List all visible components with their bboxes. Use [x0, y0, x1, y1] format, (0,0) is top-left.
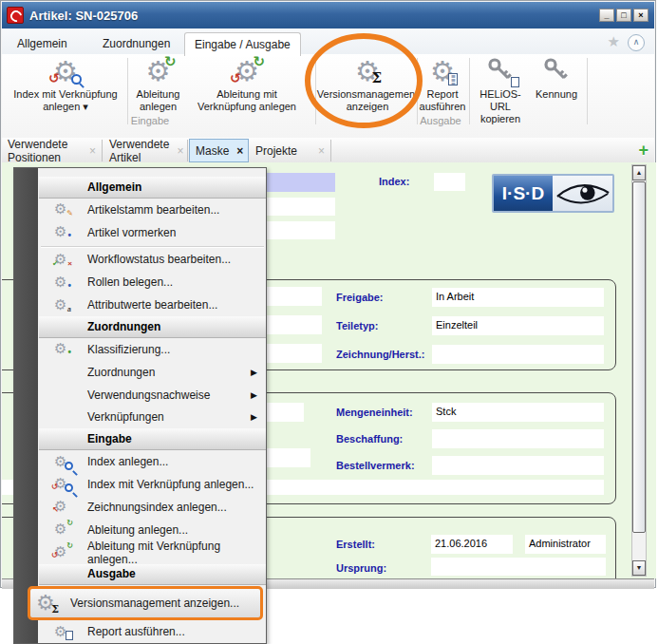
mengeneinheit-field[interactable]: Stck: [432, 403, 604, 422]
menu-item-verknuepfungen[interactable]: Verknüpfungen ▶: [39, 406, 266, 428]
zeichnung-herst-label: Zeichnung/Herst.:: [336, 349, 425, 360]
title-bar[interactable]: Artikel: SN-025706 _ □ ×: [2, 2, 654, 28]
menu-item-ableitung-mit-verknuepfung-anlegen[interactable]: ⚙↻↺ Ableitung mit Verknüpfung anlegen...: [39, 541, 266, 564]
gear-attributes-icon: ⚙a: [54, 297, 71, 313]
gear-index-icon: ⚙: [54, 454, 71, 470]
window-title: Artikel: SN-025706: [29, 9, 138, 23]
menu-header-allgemein: Allgemein: [39, 177, 266, 199]
index-field[interactable]: [434, 173, 465, 191]
gear-report-icon: ⚙: [54, 624, 71, 640]
erstellt-label: Erstellt:: [336, 539, 375, 550]
key-icon: [539, 56, 573, 86]
maximize-button[interactable]: □: [616, 9, 631, 22]
key-copy-icon: [483, 56, 517, 86]
menu-header-zuordnungen: Zuordnungen: [39, 316, 266, 338]
menu-item-ableitung-anlegen[interactable]: ⚙↻ Ableitung anlegen...: [39, 519, 266, 541]
menu-item-zuordnungen[interactable]: Zuordnungen ▶: [39, 361, 266, 384]
ribbon: ⚙ ↺ Index mit Verknüpfung anlegen ▾ ⚙ ↻ …: [2, 54, 654, 139]
teiletyp-label: Teiletyp:: [336, 320, 378, 331]
vertical-scrollbar[interactable]: ▲ ▼: [631, 164, 647, 577]
ursprung-field[interactable]: [431, 558, 606, 576]
gear-link-index-icon: ⚙ ↺: [48, 56, 83, 86]
tab-close-icon[interactable]: ×: [169, 144, 183, 158]
beschaffung-label: Beschaffung:: [336, 433, 403, 445]
menu-item-rollen-belegen[interactable]: ⚙• Rollen belegen...: [39, 271, 266, 294]
menu-item-artikel-vormerken[interactable]: ⚙• Artikel vormerken: [39, 221, 266, 244]
gear-derive-link-icon: ⚙ ↻ ↺: [230, 56, 264, 86]
gear-workflow-icon: ⚙✔×: [54, 252, 71, 268]
tab-close-icon[interactable]: ×: [229, 144, 243, 158]
menu-item-attributwerte-bearbeiten[interactable]: ⚙a Attributwerte bearbeiten...: [39, 294, 266, 316]
menu-item-klassifizierung[interactable]: ⚙• Klassifizierung...: [39, 338, 266, 361]
bestellvermerk-label: Bestellvermerk:: [336, 460, 415, 471]
menu-item-versionsmanagement-anzeigen-highlighted[interactable]: ⚙Σ Versionsmanagement anzeigen...: [28, 586, 263, 620]
gear-classify-icon: ⚙•: [54, 341, 71, 357]
submenu-arrow-icon: ▶: [251, 390, 257, 400]
menu-header-eingabe: Eingabe: [39, 428, 266, 450]
menu-item-workflowstatus-bearbeiten[interactable]: ⚙✔× Workflowstatus bearbeiten...: [39, 249, 266, 272]
gear-index-link-icon: ⚙↺: [54, 476, 71, 492]
gear-roles-icon: ⚙•: [54, 275, 71, 291]
isd-logo-text: I·S·D: [494, 176, 553, 211]
dropdown-caret-icon: ▾: [83, 101, 88, 112]
freigabe-label: Freigabe:: [336, 292, 384, 303]
menu-item-artikelstamm-bearbeiten[interactable]: ⚙✎ Artikelstamm bearbeiten...: [39, 199, 266, 221]
collapse-ribbon-button[interactable]: ∧: [628, 34, 645, 51]
close-button[interactable]: ×: [633, 9, 649, 22]
ribbon-tab-zuordnungen[interactable]: Zuordnungen: [93, 34, 179, 54]
gear-edit-icon: ⚙✎: [54, 201, 71, 218]
ribbon-group-label-eingabe: Eingabe: [97, 115, 203, 126]
document-tab-bar: Verwendete Positionen × Verwendete Artik…: [2, 138, 654, 163]
menu-item-index-mit-verknuepfung-anlegen[interactable]: ⚙↺ Index mit Verknüpfung anlegen...: [39, 473, 266, 496]
tab-close-icon[interactable]: ×: [82, 144, 96, 158]
menu-item-verwendungsnachweise[interactable]: Verwendungsnachweise ▶: [39, 384, 266, 407]
teiletyp-field[interactable]: Einzelteil: [432, 316, 604, 335]
context-menu-left-band: [14, 168, 38, 643]
add-tab-icon[interactable]: +: [638, 141, 649, 161]
erstellt-datum-field[interactable]: 21.06.2016: [431, 535, 513, 554]
menu-item-report-ausfuehren[interactable]: ⚙ Report ausführen...: [39, 620, 266, 643]
gear-drawing-index-icon: ⚙↖: [54, 499, 71, 515]
mengeneinheit-label: Mengeneinheit:: [336, 407, 413, 418]
gear-derive-icon: ⚙↻: [54, 521, 71, 538]
ribbon-tab-allgemein[interactable]: Allgemein: [8, 34, 77, 54]
ursprung-label: Ursprung:: [336, 562, 386, 574]
ribbon-tab-row: Allgemein Zuordnungen Eingabe / Ausgabe …: [2, 28, 654, 55]
tab-close-icon[interactable]: ×: [310, 144, 325, 158]
gear-reserve-icon: ⚙•: [54, 224, 71, 240]
screenshot-stage: Artikel: SN-025706 _ □ × Allgemein Zuord…: [0, 0, 658, 644]
submenu-arrow-icon: ▶: [251, 412, 257, 422]
zeichnung-herst-field[interactable]: [432, 345, 604, 364]
ribbon-button-ableitung-mit-verknuepfung-anlegen[interactable]: ⚙ ↻ ↺ Ableitung mit Verknüpfung anlegen: [186, 54, 308, 130]
bestellvermerk-field[interactable]: [432, 456, 604, 475]
tab-maske[interactable]: Maske ×: [189, 139, 249, 162]
gear-report-icon: ⚙ ≡ ≡ ≡: [425, 56, 460, 86]
tab-verwendete-positionen[interactable]: Verwendete Positionen ×: [2, 140, 103, 161]
menu-item-zeichnungsindex-anlegen[interactable]: ⚙↖ Zeichnungsindex anlegen...: [39, 496, 266, 519]
menu-header-ausgabe: Ausgabe: [39, 564, 266, 586]
submenu-arrow-icon: ▶: [251, 368, 257, 377]
gear-sigma-icon: ⚙ Σ: [350, 56, 385, 86]
scroll-down-button[interactable]: ▼: [632, 560, 646, 576]
freigabe-field[interactable]: In Arbeit: [432, 288, 604, 307]
helios-app-icon: [7, 7, 24, 24]
gear-derive-icon: ⚙ ↻: [141, 56, 176, 86]
index-label: Index:: [379, 176, 409, 187]
ribbon-button-kennung[interactable]: Kennung: [532, 54, 581, 130]
menu-item-index-anlegen[interactable]: ⚙ Index anlegen...: [39, 450, 266, 473]
context-menu: Allgemein ⚙✎ Artikelstamm bearbeiten... …: [13, 167, 267, 644]
favorite-star-icon[interactable]: ★: [608, 33, 620, 50]
isd-logo: I·S·D: [492, 174, 614, 213]
beschaffung-field[interactable]: [432, 429, 604, 448]
tab-projekte[interactable]: Projekte ×: [250, 140, 331, 161]
gear-derive-link-icon: ⚙↻↺: [54, 544, 71, 560]
tab-verwendete-artikel[interactable]: Verwendete Artikel ×: [103, 140, 188, 161]
scrollbar-thumb[interactable]: [632, 181, 646, 533]
ribbon-group-label-ausgabe: Ausgabe: [401, 115, 480, 126]
ribbon-tab-eingabe-ausgabe[interactable]: Eingabe / Ausgabe: [184, 32, 301, 56]
erstellt-benutzer-field[interactable]: Administrator: [525, 535, 606, 554]
scroll-up-button[interactable]: ▲: [632, 165, 646, 180]
isd-eye-icon: [553, 176, 612, 211]
minimize-button[interactable]: _: [599, 9, 614, 22]
gear-sigma-icon: ⚙Σ: [36, 592, 59, 615]
